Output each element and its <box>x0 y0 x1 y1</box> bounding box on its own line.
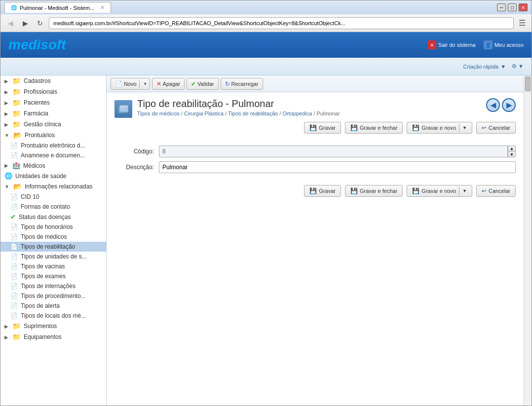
sidebar-item-status-doencas[interactable]: ✔ Status das doenças <box>0 212 106 222</box>
sidebar-item-label: Informações relacionadas <box>25 183 92 190</box>
sidebar-item-label: Tipos de alerta <box>21 302 60 309</box>
refresh-button[interactable]: ↻ <box>34 17 46 29</box>
close-button[interactable]: ✕ <box>519 3 528 11</box>
sidebar-item-tipos-procedimentos[interactable]: 📄 Tipos de procedimento... <box>0 291 106 301</box>
sair-button[interactable]: ✕ Sair do sistema <box>427 40 476 49</box>
sair-icon: ✕ <box>427 40 436 49</box>
sidebar-item-cid10[interactable]: 📄 CID 10 <box>0 192 106 202</box>
sidebar-item-gestao-clinica[interactable]: ▶ 📁 Gestão clínica <box>0 119 106 130</box>
secondary-actions-icon[interactable]: ⚙ ▼ <box>512 63 524 70</box>
globe-icon: 🌐 <box>4 172 12 180</box>
page-icon: 📄 <box>10 312 18 319</box>
gravar-novo-bottom-button[interactable]: 💾 Gravar e novo ▼ <box>407 185 472 197</box>
descricao-label: Descrição: <box>114 164 159 171</box>
page-icon: 📄 <box>10 203 18 210</box>
gravar-fechar-icon: 💾 <box>350 124 358 131</box>
sidebar-item-tipos-locais[interactable]: 📄 Tipos de locais dos mé... <box>0 311 106 321</box>
page-header: Tipo de reabilitação - Pulmonar Tipos de… <box>114 98 516 118</box>
sidebar-item-label: Tipos de procedimento... <box>21 293 86 299</box>
bottom-action-buttons: 💾 Gravar 💾 Gravar e fechar 💾 Gravar e no… <box>114 185 516 197</box>
cancelar-top-button[interactable]: ↩ Cancelar <box>476 122 516 134</box>
forward-button[interactable]: ▶ <box>19 17 31 29</box>
spin-up-button[interactable]: ▲ <box>508 146 516 151</box>
sidebar-item-tipos-reabilitacao[interactable]: 📄 Tipos de reabilitação <box>0 242 106 252</box>
sidebar-item-cadastros[interactable]: ▶ 📁 Cadastros <box>0 75 106 86</box>
page-icon: 📄 <box>10 223 18 230</box>
folder-icon: 📁 <box>12 120 21 128</box>
right-scrollbar[interactable] <box>524 75 532 406</box>
gravar-novo-top-button[interactable]: 💾 Gravar e novo ▼ <box>407 122 472 134</box>
browser-tab[interactable]: 🌐 Pulmonar - Medisoft - Sistem... ✕ <box>4 2 111 13</box>
user-icon: 👤 <box>484 40 493 49</box>
sidebar-item-label: Status das doenças <box>19 214 71 221</box>
sidebar-item-informacoes-relacionadas[interactable]: ▼ 📂 Informações relacionadas <box>0 181 106 192</box>
breadcrumb-tipos-reabilitacao[interactable]: Tipos de reabilitação <box>228 111 278 116</box>
sidebar-item-formas-contato[interactable]: 📄 Formas de contato <box>0 202 106 212</box>
prev-button[interactable]: ◀ <box>486 98 500 112</box>
address-bar[interactable] <box>49 17 514 29</box>
gravar-fechar-top-button[interactable]: 💾 Gravar e fechar <box>345 122 403 134</box>
dropdown-arrow-icon: ▼ <box>143 81 148 86</box>
gravar-fechar-bottom-button[interactable]: 💾 Gravar e fechar <box>345 185 403 197</box>
page-icon: 📄 <box>10 233 18 240</box>
spin-down-button[interactable]: ▼ <box>508 151 516 157</box>
sidebar-item-tipos-honorarios[interactable]: 📄 Tipos de honorários <box>0 222 106 232</box>
sidebar-item-medicos[interactable]: ▶ 🏥 Médicos <box>0 160 106 171</box>
sidebar-item-suprimentos[interactable]: ▶ 📁 Suprimentos <box>0 321 106 332</box>
descricao-input[interactable] <box>159 161 516 173</box>
novo-icon: 📄 <box>115 80 122 87</box>
gravar-bottom-button[interactable]: 💾 Gravar <box>304 185 341 197</box>
gravar-top-button[interactable]: 💾 Gravar <box>304 122 341 134</box>
tab-close-icon[interactable]: ✕ <box>100 4 105 11</box>
sidebar-item-tipos-exames[interactable]: 📄 Tipos de exames <box>0 271 106 281</box>
back-button[interactable]: ◀ <box>4 17 16 29</box>
sidebar-item-label: CID 10 <box>21 193 39 200</box>
sidebar-item-profissionais[interactable]: ▶ 📁 Profissionais <box>0 86 106 97</box>
validar-label: Validar <box>197 81 214 87</box>
sidebar-item-pacientes[interactable]: ▶ 📁 Pacientes <box>0 97 106 108</box>
browser-settings-icon[interactable]: ☰ <box>517 17 528 29</box>
sidebar-item-label: Médicos <box>23 162 45 169</box>
criacao-rapida-button[interactable]: Criação rápida ▼ ⚙ ▼ <box>463 63 524 70</box>
sidebar-item-tipos-vacinas[interactable]: 📄 Tipos de vacinas <box>0 261 106 271</box>
breadcrumb-tipos-medicos[interactable]: Tipos de médicos <box>137 111 180 116</box>
validar-button[interactable]: ✔ Validar <box>187 78 218 90</box>
sidebar: ▶ 📁 Cadastros ▶ 📁 Profissionais ▶ 📁 Paci… <box>0 75 107 406</box>
folder-icon: 📁 <box>12 88 21 96</box>
sidebar-item-farmacia[interactable]: ▶ 📁 Farmácia <box>0 108 106 119</box>
minimize-button[interactable]: ─ <box>497 3 506 11</box>
apagar-button[interactable]: ✕ Apagar <box>152 78 185 90</box>
recarregar-button[interactable]: ↻ Recarregar <box>221 78 263 90</box>
sidebar-item-tipos-medicos[interactable]: 📄 Tipos de médicos <box>0 232 106 242</box>
sidebar-item-unidades-saude[interactable]: 🌐 Unidades de saúde <box>0 171 106 181</box>
page-content: Tipo de reabilitação - Pulmonar Tipos de… <box>107 92 524 406</box>
sidebar-item-anamnese[interactable]: 📄 Anamnese e documen... <box>0 150 106 160</box>
sidebar-item-tipos-internacoes[interactable]: 📄 Tipos de internações <box>0 281 106 291</box>
browser-window: 🌐 Pulmonar - Medisoft - Sistem... ✕ ─ □ … <box>0 0 532 406</box>
cancelar-bottom-button[interactable]: ↩ Cancelar <box>476 185 516 197</box>
svg-rect-2 <box>120 106 127 107</box>
sidebar-item-prontuarios[interactable]: ▼ 📂 Prontuários <box>0 130 106 141</box>
meu-acesso-button[interactable]: 👤 Meu acesso <box>484 40 524 49</box>
sidebar-item-label: Tipos de médicos <box>21 233 67 240</box>
codigo-input[interactable] <box>159 146 508 157</box>
sidebar-item-tipos-alerta[interactable]: 📄 Tipos de alerta <box>0 301 106 311</box>
novo-button[interactable]: 📄 Novo ▼ <box>111 78 150 90</box>
next-button[interactable]: ▶ <box>502 98 516 112</box>
expand-icon: ▶ <box>4 89 8 95</box>
maximize-button[interactable]: □ <box>508 3 517 11</box>
scrollbar-thumb[interactable] <box>525 76 531 91</box>
sidebar-item-label: Equipamentos <box>24 333 62 340</box>
gravar-fechar-label: Gravar e fechar <box>360 125 397 131</box>
gravar-icon: 💾 <box>309 124 317 131</box>
criacao-rapida-arrow-icon: ▼ <box>500 64 506 70</box>
sidebar-item-tipos-unidades[interactable]: 📄 Tipos de unidades de s... <box>0 252 106 261</box>
criacao-rapida-label: Criação rápida <box>463 64 499 70</box>
breadcrumb-ortoppedica[interactable]: Ortoppedica <box>282 111 312 116</box>
breadcrumb-cirurgia-plastica[interactable]: Cirurgia Plástica <box>184 111 224 116</box>
page-icon: 📄 <box>10 273 18 280</box>
sidebar-item-prontuario-eletronico[interactable]: 📄 Prontuário eletrônico d... <box>0 141 106 150</box>
btn-sep <box>459 186 459 195</box>
sidebar-item-equipamentos[interactable]: ▶ 📁 Equipamentos <box>0 332 106 342</box>
sidebar-item-label: Anamnese e documen... <box>21 152 85 159</box>
